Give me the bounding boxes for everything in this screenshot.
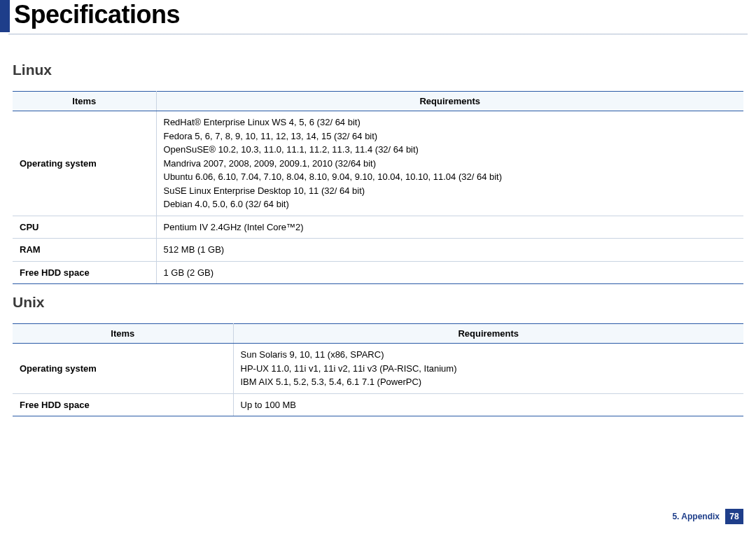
table-row: Free HDD space 1 GB (2 GB) [13,261,743,284]
section-title-linux: Linux [13,62,743,78]
item-label: Free HDD space [13,393,233,416]
table-row: CPU Pentium IV 2.4GHz (Intel Core™2) [13,216,743,239]
item-value: Up to 100 MB [233,393,743,416]
linux-spec-table: Items Requirements Operating system RedH… [13,91,743,284]
title-accent-bar [0,0,10,32]
table-row: Free HDD space Up to 100 MB [13,393,743,416]
table-header-row: Items Requirements [13,324,743,344]
col-items: Items [13,324,233,344]
req-line: RedHat® Enterprise Linux WS 4, 5, 6 (32/… [164,115,737,129]
footer-section-label: 5. Appendix [672,512,720,521]
page-title: Specifications [10,0,180,29]
item-value: Pentium IV 2.4GHz (Intel Core™2) [156,216,743,239]
content-area: Linux Items Requirements Operating syste… [0,39,756,416]
req-line: Sun Solaris 9, 10, 11 (x86, SPARC) [241,348,737,362]
item-value: RedHat® Enterprise Linux WS 4, 5, 6 (32/… [156,111,743,216]
item-label: Operating system [13,111,156,216]
item-value: 512 MB (1 GB) [156,239,743,262]
page-number: 78 [725,509,743,524]
item-label: Operating system [13,344,233,394]
table-header-row: Items Requirements [13,92,743,111]
item-label: Free HDD space [13,261,156,284]
title-underline [8,34,748,35]
table-row: Operating system RedHat® Enterprise Linu… [13,111,743,216]
item-label: CPU [13,216,156,239]
unix-spec-table: Items Requirements Operating system Sun … [13,323,743,416]
req-line: Debian 4.0, 5.0, 6.0 (32/ 64 bit) [164,197,737,211]
col-items: Items [13,92,156,111]
table-row: Operating system Sun Solaris 9, 10, 11 (… [13,344,743,394]
item-value: 1 GB (2 GB) [156,261,743,284]
section-title-unix: Unix [13,294,743,311]
req-line: OpenSuSE® 10.2, 10.3, 11.0, 11.1, 11.2, … [164,143,737,157]
col-requirements: Requirements [156,92,743,111]
req-line: Ubuntu 6.06, 6.10, 7.04, 7.10, 8.04, 8.1… [164,170,737,184]
req-line: SuSE Linux Enterprise Desktop 10, 11 (32… [164,184,737,198]
col-requirements: Requirements [233,324,743,344]
req-line: Mandriva 2007, 2008, 2009, 2009.1, 2010 … [164,157,737,171]
table-row: RAM 512 MB (1 GB) [13,239,743,262]
req-line: HP-UX 11.0, 11i v1, 11i v2, 11i v3 (PA-R… [241,362,737,376]
page-header: Specifications [0,0,756,34]
item-label: RAM [13,239,156,262]
req-line: Fedora 5, 6, 7, 8, 9, 10, 11, 12, 13, 14… [164,129,737,143]
req-line: IBM AIX 5.1, 5.2, 5.3, 5.4, 6.1 7.1 (Pow… [241,375,737,389]
page-footer: 5. Appendix 78 [672,509,743,524]
item-value: Sun Solaris 9, 10, 11 (x86, SPARC) HP-UX… [233,344,743,394]
